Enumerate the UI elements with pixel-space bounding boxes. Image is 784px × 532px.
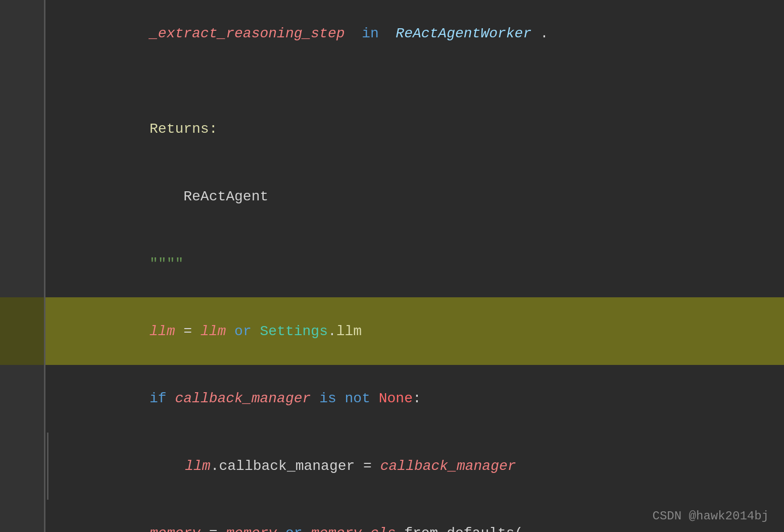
line-content-if: if callback_manager is not None: — [50, 365, 784, 433]
code-token: or — [285, 525, 303, 532]
code-token: = — [201, 525, 226, 532]
line-indicator-memory — [45, 500, 50, 532]
line-indicator-1 — [45, 0, 50, 68]
code-token: is not — [319, 391, 370, 406]
line-indicator-cb-assign — [47, 433, 51, 500]
code-token: _extract_reasoning_step — [116, 26, 345, 41]
code-token: """" — [116, 256, 183, 272]
line-gutter-b1 — [0, 68, 45, 95]
code-token — [370, 391, 379, 406]
code-token: memory — [116, 525, 201, 532]
line-content-1: _extract_reasoning_step in ReActAgentWor… — [50, 0, 784, 68]
code-token — [311, 391, 319, 406]
line-indicator-docstring — [45, 230, 50, 298]
line-content-cb-assign: llm.callback_manager = callback_manager — [51, 433, 784, 500]
line-gutter-memory — [0, 500, 45, 532]
code-token: . — [328, 324, 336, 339]
line-indicator-b1 — [45, 68, 50, 95]
code-token: None — [379, 391, 413, 406]
line-indicator-reactagent — [45, 163, 50, 230]
code-token — [303, 525, 311, 532]
code-token: Returns: — [116, 121, 218, 137]
line-content-returns: Returns: — [50, 95, 784, 163]
line-gutter-llm — [0, 297, 45, 365]
code-token: ReActAgentWorker — [396, 26, 531, 41]
line-gutter-returns — [0, 95, 45, 163]
line-gutter-cb-assign — [0, 433, 45, 500]
code-token: . — [531, 26, 549, 41]
code-line-llm: llm = llm or Settings.llm — [0, 297, 784, 365]
line-content-reactagent: ReActAgent — [50, 163, 784, 230]
code-editor: _extract_reasoning_step in ReActAgentWor… — [0, 0, 784, 532]
watermark: CSDN @hawk2014bj — [653, 509, 769, 523]
code-line-returns: Returns: — [0, 95, 784, 163]
code-token: llm — [116, 324, 175, 339]
code-token: llm — [117, 458, 211, 474]
code-line-cb-assign: llm.callback_manager = callback_manager — [0, 433, 784, 500]
code-token: llm — [201, 324, 226, 339]
code-line-blank1 — [0, 68, 784, 95]
code-token: in — [362, 26, 379, 41]
code-token — [167, 391, 175, 406]
code-token — [345, 26, 362, 41]
code-line-1: _extract_reasoning_step in ReActAgentWor… — [0, 0, 784, 68]
code-token: Settings — [260, 324, 328, 339]
line-gutter-reactagent — [0, 163, 45, 230]
code-token: .from_defaults( — [396, 525, 523, 532]
line-gutter-if — [0, 365, 45, 433]
code-token — [226, 324, 234, 339]
line-content-b1 — [50, 68, 784, 95]
code-token: memory — [226, 525, 277, 532]
line-content-docstring: """" — [50, 230, 784, 298]
line-content-llm: llm = llm or Settings.llm — [50, 297, 784, 365]
code-line-docstring: """" — [0, 230, 784, 298]
code-token: if — [116, 391, 167, 406]
code-token: ReActAgent — [116, 189, 268, 204]
line-gutter-docstring — [0, 230, 45, 298]
code-token: callback_manager — [380, 458, 516, 474]
code-token: llm — [336, 324, 362, 339]
code-line-reactagent: ReActAgent — [0, 163, 784, 230]
line-indicator-returns — [45, 95, 50, 163]
code-token — [277, 525, 285, 532]
code-token: callback_manager — [175, 391, 311, 406]
line-indicator-if — [45, 365, 50, 433]
code-token: memory_cls — [311, 525, 396, 532]
code-token — [252, 324, 260, 339]
code-token — [379, 26, 396, 41]
code-token: = — [175, 324, 200, 339]
code-token: : — [413, 391, 421, 406]
code-token: or — [234, 324, 252, 339]
code-line-if: if callback_manager is not None: — [0, 365, 784, 433]
line-gutter-1 — [0, 0, 45, 68]
line-indicator-llm — [45, 297, 50, 365]
code-token: .callback_manager = — [211, 458, 380, 474]
